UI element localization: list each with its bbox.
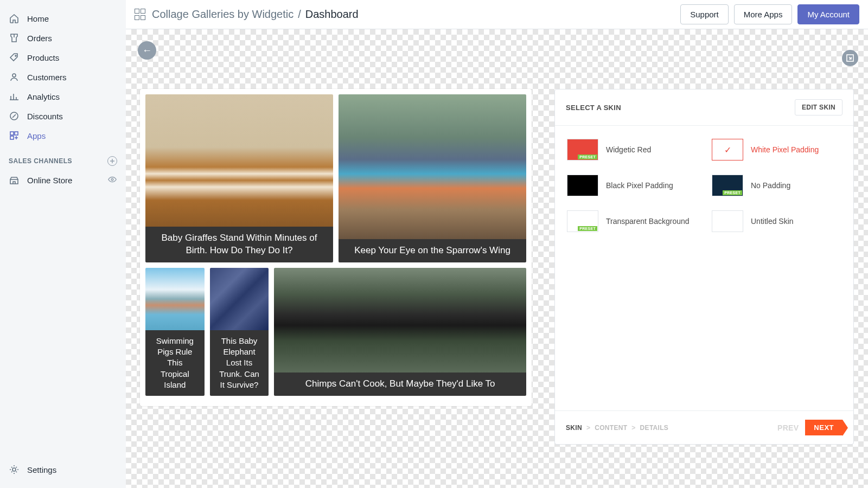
app-icon — [135, 9, 146, 21]
resize-button[interactable] — [842, 50, 858, 66]
swatch: PRESET — [712, 175, 743, 196]
workspace: Baby Giraffes Stand Within Minutes of Bi… — [140, 89, 854, 445]
apps-icon — [9, 130, 20, 141]
skin-label: Untitled Skin — [751, 216, 794, 227]
panel-header: SELECT A SKIN EDIT SKIN — [555, 89, 853, 126]
panel-title: SELECT A SKIN — [566, 104, 621, 112]
add-channel-button[interactable] — [107, 156, 117, 166]
skin-grid: PRESET Widgetic Red ✓ White Pixel Paddin… — [555, 126, 853, 245]
channel-online-store[interactable]: Online Store — [0, 170, 126, 190]
tile-elephant[interactable]: This Baby Elephant Lost Its Trunk. Can I… — [210, 268, 269, 396]
step-sep: > — [631, 424, 635, 432]
nav-label: Orders — [27, 34, 52, 43]
nav-settings[interactable]: Settings — [0, 460, 126, 479]
products-icon — [9, 52, 20, 63]
nav-label: Discounts — [27, 112, 63, 121]
skin-no-padding[interactable]: PRESET No Padding — [712, 175, 841, 196]
skin-transparent-bg[interactable]: PRESET Transparent Background — [567, 210, 697, 232]
svg-point-1 — [12, 74, 16, 77]
svg-point-7 — [12, 468, 16, 471]
orders-icon — [9, 33, 20, 43]
analytics-icon — [9, 91, 20, 102]
nav-label: Home — [27, 14, 49, 23]
nav-customers[interactable]: Customers — [0, 67, 126, 87]
nav-label: Analytics — [27, 92, 60, 101]
more-apps-button[interactable]: More Apps — [734, 4, 793, 24]
nav-home[interactable]: Home — [0, 9, 126, 28]
skin-black-pixel-padding[interactable]: Black Pixel Padding — [567, 175, 697, 196]
nav-label: Customers — [27, 73, 67, 82]
skin-label: No Padding — [751, 181, 790, 191]
step-details[interactable]: DETAILS — [640, 424, 669, 432]
topbar: Collage Galleries by Widgetic / Dashboar… — [126, 0, 868, 29]
nav-orders[interactable]: Orders — [0, 28, 126, 48]
step-content[interactable]: CONTENT — [595, 424, 627, 432]
tile-caption: Keep Your Eye on the Sparrow's Wing — [339, 239, 526, 262]
tile-caption: This Baby Elephant Lost Its Trunk. Can I… — [210, 330, 269, 396]
tile-image — [339, 94, 526, 239]
sidebar: Home Orders Products Customers Analytics… — [0, 0, 126, 488]
skin-panel: SELECT A SKIN EDIT SKIN PRESET Widgetic … — [554, 89, 854, 445]
topbar-actions: Support More Apps My Account — [680, 4, 859, 24]
gear-icon — [9, 464, 20, 475]
main: Collage Galleries by Widgetic / Dashboar… — [126, 0, 868, 488]
svg-rect-4 — [15, 132, 18, 135]
nav-label: Apps — [27, 131, 46, 140]
my-account-button[interactable]: My Account — [797, 4, 859, 24]
breadcrumb-sep: / — [298, 8, 301, 21]
tile-image — [274, 268, 526, 373]
eye-icon[interactable] — [107, 175, 117, 186]
footer-actions: PREV NEXT — [777, 420, 843, 435]
skin-white-pixel-padding[interactable]: ✓ White Pixel Padding — [712, 139, 841, 160]
collage-preview: Baby Giraffes Stand Within Minutes of Bi… — [140, 89, 532, 406]
swatch: PRESET — [567, 139, 598, 160]
edit-skin-button[interactable]: EDIT SKIN — [795, 99, 843, 115]
nav-analytics[interactable]: Analytics — [0, 87, 126, 106]
svg-point-0 — [15, 55, 16, 56]
customers-icon — [9, 72, 20, 82]
nav-label: Products — [27, 53, 59, 62]
nav-discounts[interactable]: Discounts — [0, 106, 126, 126]
swatch — [712, 210, 743, 232]
channel-label: Online Store — [27, 176, 72, 185]
nav-apps[interactable]: Apps — [0, 126, 126, 145]
discounts-icon — [9, 111, 20, 121]
support-button[interactable]: Support — [680, 4, 729, 24]
tile-chimp[interactable]: Chimps Can't Cook, But Maybe They'd Like… — [274, 268, 526, 396]
tile-pigs[interactable]: Swimming Pigs Rule This Tropical Island — [145, 268, 205, 396]
tile-giraffe[interactable]: Baby Giraffes Stand Within Minutes of Bi… — [145, 94, 333, 262]
check-icon: ✓ — [724, 145, 731, 155]
section-label: SALES CHANNELS — [9, 157, 72, 165]
prev-button: PREV — [777, 423, 799, 432]
home-icon — [9, 13, 20, 24]
skin-untitled[interactable]: Untitled Skin — [712, 210, 841, 232]
skin-widgetic-red[interactable]: PRESET Widgetic Red — [567, 139, 697, 160]
tile-image — [145, 268, 205, 330]
skin-label: Black Pixel Padding — [606, 181, 673, 191]
store-icon — [9, 175, 20, 186]
skin-label: White Pixel Padding — [751, 145, 819, 155]
svg-point-6 — [111, 178, 113, 181]
swatch — [567, 175, 598, 196]
preset-tag: PRESET — [578, 155, 597, 159]
canvas: ← Baby Giraffes Stand Within Minutes of … — [126, 29, 868, 488]
tile-caption: Chimps Can't Cook, But Maybe They'd Like… — [274, 373, 526, 396]
swatch: ✓ — [712, 139, 743, 160]
next-button[interactable]: NEXT — [805, 420, 843, 435]
panel-footer: SKIN > CONTENT > DETAILS PREV NEXT — [555, 410, 853, 444]
tile-image — [210, 268, 269, 330]
step-sep: > — [586, 424, 590, 432]
breadcrumb-page: Dashboard — [305, 8, 359, 21]
nav-products[interactable]: Products — [0, 48, 126, 67]
preset-tag: PRESET — [723, 190, 742, 195]
svg-rect-3 — [10, 132, 14, 135]
svg-rect-5 — [10, 136, 14, 139]
skin-label: Transparent Background — [606, 216, 690, 227]
tile-caption: Baby Giraffes Stand Within Minutes of Bi… — [145, 227, 333, 262]
skin-label: Widgetic Red — [606, 145, 651, 155]
back-button[interactable]: ← — [138, 41, 156, 60]
step-skin[interactable]: SKIN — [566, 424, 582, 432]
steps: SKIN > CONTENT > DETAILS — [566, 424, 668, 432]
tile-sparrow[interactable]: Keep Your Eye on the Sparrow's Wing — [339, 94, 526, 262]
breadcrumb-app[interactable]: Collage Galleries by Widgetic — [152, 8, 293, 21]
